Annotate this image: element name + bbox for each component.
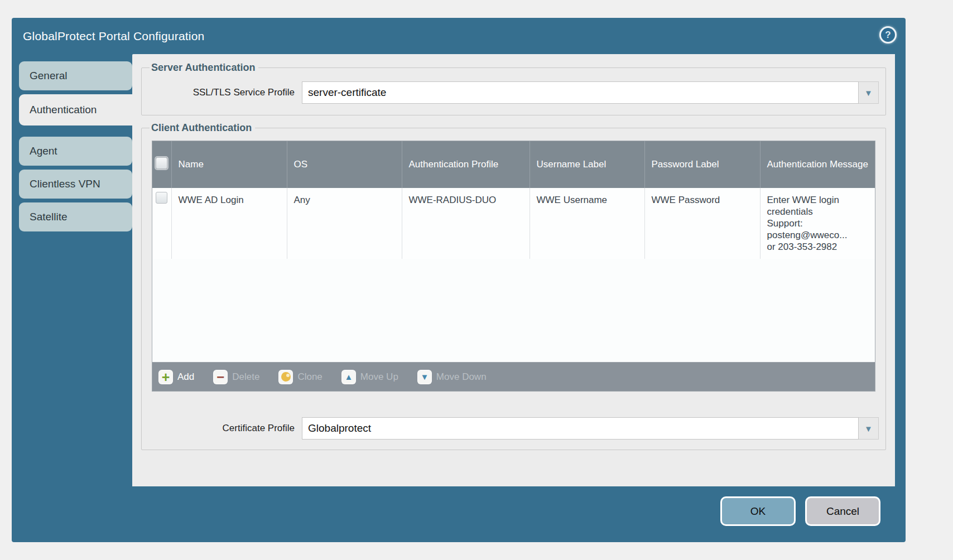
tab-general[interactable]: General xyxy=(19,61,132,90)
chevron-down-icon: ▼ xyxy=(864,424,873,433)
column-header-password-label[interactable]: Password Label xyxy=(644,141,760,188)
delete-button[interactable]: − Delete xyxy=(213,370,259,384)
ssl-tls-service-profile-input[interactable] xyxy=(302,81,859,104)
move-down-icon: ▼ xyxy=(417,370,432,384)
cell-name[interactable]: WWE AD Login xyxy=(171,188,287,259)
clone-icon xyxy=(278,370,293,384)
table-row: WWE AD Login Any WWE-RADIUS-DUO WWE User… xyxy=(152,188,875,259)
table-empty-area xyxy=(152,259,875,362)
certificate-profile-label: Certificate Profile xyxy=(148,423,295,434)
select-all-checkbox[interactable] xyxy=(156,157,167,169)
dialog-titlebar: GlobalProtect Portal Configuration ? xyxy=(12,18,906,54)
column-header-os[interactable]: OS xyxy=(287,141,402,188)
move-down-button[interactable]: ▼ Move Down xyxy=(417,370,487,384)
certificate-profile-dropdown-button[interactable]: ▼ xyxy=(859,417,879,440)
column-header-name[interactable]: Name xyxy=(171,141,287,188)
cancel-button[interactable]: Cancel xyxy=(805,496,880,526)
sidebar-tabs: General Authentication Agent Clientless … xyxy=(19,61,132,235)
cell-password-label[interactable]: WWE Password xyxy=(644,188,760,259)
table-toolbar: + Add − Delete Clone ▲ Move Up xyxy=(152,362,875,391)
help-question-glyph: ? xyxy=(885,30,891,41)
column-header-authentication-message[interactable]: Authentication Message xyxy=(760,141,875,188)
row-checkbox[interactable] xyxy=(156,192,167,204)
cell-authentication-message[interactable]: Enter WWE login credentials Support: pos… xyxy=(760,188,875,259)
server-authentication-section: Server Authentication SSL/TLS Service Pr… xyxy=(141,62,886,115)
client-authentication-section: Client Authentication Name OS xyxy=(141,122,886,450)
add-button[interactable]: + Add xyxy=(158,370,194,384)
certificate-profile-row: Certificate Profile ▼ xyxy=(148,412,879,442)
certificate-profile-combobox: ▼ xyxy=(302,417,879,440)
dialog-footer: OK Cancel xyxy=(720,496,880,526)
ok-button[interactable]: OK xyxy=(720,496,796,526)
tab-agent[interactable]: Agent xyxy=(19,137,132,166)
server-authentication-legend: Server Authentication xyxy=(150,62,258,74)
tab-clientless-vpn[interactable]: Clientless VPN xyxy=(19,170,132,199)
tab-satellite[interactable]: Satellite xyxy=(19,202,132,231)
add-icon: + xyxy=(158,370,173,384)
table-header-row: Name OS Authentication Profile Username … xyxy=(152,141,875,188)
ssl-tls-service-profile-dropdown-button[interactable]: ▼ xyxy=(859,81,879,104)
content-panel: Server Authentication SSL/TLS Service Pr… xyxy=(132,54,895,486)
cell-username-label[interactable]: WWE Username xyxy=(530,188,644,259)
globalprotect-portal-configuration-dialog: GlobalProtect Portal Configuration ? Gen… xyxy=(12,18,906,542)
delete-icon: − xyxy=(213,370,228,384)
cell-os[interactable]: Any xyxy=(287,188,402,259)
chevron-down-icon: ▼ xyxy=(864,89,873,97)
column-header-username-label[interactable]: Username Label xyxy=(530,141,644,188)
clone-button[interactable]: Clone xyxy=(278,370,322,384)
ssl-tls-service-profile-combobox: ▼ xyxy=(302,81,879,104)
client-authentication-table: Name OS Authentication Profile Username … xyxy=(152,141,875,392)
dialog-title: GlobalProtect Portal Configuration xyxy=(23,30,204,43)
move-up-icon: ▲ xyxy=(341,370,356,384)
client-authentication-grid: Name OS Authentication Profile Username … xyxy=(152,141,875,362)
ssl-tls-service-profile-label: SSL/TLS Service Profile xyxy=(148,87,295,98)
move-up-button[interactable]: ▲ Move Up xyxy=(341,370,398,384)
column-header-authentication-profile[interactable]: Authentication Profile xyxy=(402,141,530,188)
certificate-profile-input[interactable] xyxy=(302,417,859,440)
cell-authentication-profile[interactable]: WWE-RADIUS-DUO xyxy=(402,188,530,259)
tab-authentication[interactable]: Authentication xyxy=(19,94,132,125)
ssl-tls-service-profile-row: SSL/TLS Service Profile ▼ xyxy=(148,76,879,107)
help-icon[interactable]: ? xyxy=(879,26,897,44)
client-authentication-legend: Client Authentication xyxy=(150,122,255,134)
